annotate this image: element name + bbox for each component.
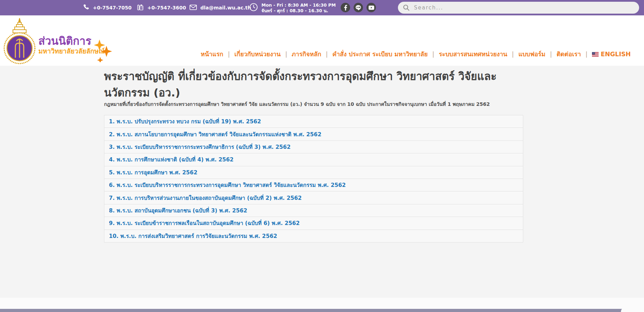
facebook-icon[interactable] bbox=[341, 3, 350, 12]
phone-icon bbox=[83, 4, 89, 12]
law-link[interactable]: 1. พ.ร.บ. ปรับปรุงกระทรวง ทบวง กรม (ฉบับ… bbox=[109, 117, 261, 126]
law-list-row[interactable]: 2. พ.ร.บ. สภานโยบายการอุดมศึกษา วิทยาศาส… bbox=[104, 128, 523, 140]
nav-item[interactable]: แบบฟอร์ม bbox=[507, 49, 545, 59]
law-link[interactable]: 4. พ.ร.บ. การศึกษาแห่งชาติ (ฉบับที่ 4) พ… bbox=[109, 155, 234, 164]
nav-item[interactable]: ENGLISH bbox=[581, 51, 631, 58]
fax-contact: +0-7547-3600 bbox=[137, 0, 186, 15]
law-link[interactable]: 3. พ.ร.บ. ระเบียบบริหารราชการกระทรวงศึกษ… bbox=[109, 143, 290, 151]
line-icon[interactable] bbox=[354, 3, 363, 12]
law-link[interactable]: 5. พ.ร.บ. การอุดมศึกษา พ.ศ. 2562 bbox=[109, 168, 197, 177]
nav-item[interactable]: เกี่ยวกับหน่วยงาน bbox=[223, 49, 281, 59]
law-list-row[interactable]: 4. พ.ร.บ. การศึกษาแห่งชาติ (ฉบับที่ 4) พ… bbox=[104, 153, 523, 166]
law-list-row[interactable]: 10. พ.ร.บ. การส่งเสริมวิทยาศาสตร์ การวิจ… bbox=[104, 230, 523, 242]
law-list-row[interactable]: 6. พ.ร.บ. ระเบียบบริหารราชการกระทรวงการอ… bbox=[104, 179, 523, 191]
topbar: +0-7547-7050 +0-7547-3600 dla@mail.wu.ac… bbox=[0, 0, 644, 15]
law-list-row[interactable]: 1. พ.ร.บ. ปรับปรุงกระทรวง ทบวง กรม (ฉบับ… bbox=[104, 115, 523, 128]
clock-icon bbox=[249, 3, 258, 13]
us-flag-icon bbox=[592, 52, 599, 57]
law-link[interactable]: 2. พ.ร.บ. สภานโยบายการอุดมศึกษา วิทยาศาส… bbox=[109, 130, 321, 139]
youtube-icon[interactable] bbox=[367, 3, 376, 12]
law-list-row[interactable]: 9. พ.ร.บ. ระเบียบข้าราชการพลเรือนในสถาบั… bbox=[104, 217, 523, 230]
fax-icon bbox=[137, 4, 144, 12]
email-contact[interactable]: dla@mail.wu.ac.th bbox=[190, 0, 251, 15]
nav-item[interactable]: ภารกิจหลัก bbox=[281, 49, 321, 59]
sparkle-icon bbox=[92, 36, 113, 62]
office-hours: Mon - Fri : 8:30 AM - 16:30 PM จันทร์ - … bbox=[249, 0, 336, 15]
email-address: dla@mail.wu.ac.th bbox=[200, 5, 251, 10]
nav-item[interactable]: ระบบสารสนเทศหน่วยงาน bbox=[428, 49, 507, 59]
law-list-row[interactable]: 3. พ.ร.บ. ระเบียบบริหารราชการกระทรวงศึกษ… bbox=[104, 141, 523, 153]
nav-item-label: เกี่ยวกับหน่วยงาน bbox=[235, 49, 281, 59]
hours-english: Mon - Fri : 8:30 AM - 16:30 PM bbox=[261, 2, 336, 8]
email-icon bbox=[190, 5, 197, 11]
main-navigation: หน้าแรก เกี่ยวกับหน่วยงาน ภารกิจหลัก bbox=[201, 49, 631, 59]
university-emblem-icon bbox=[3, 17, 36, 64]
fax-number: +0-7547-3600 bbox=[147, 5, 186, 10]
nav-item[interactable]: ติดต่อเรา bbox=[545, 49, 581, 59]
law-link[interactable]: 9. พ.ร.บ. ระเบียบข้าราชการพลเรือนในสถาบั… bbox=[109, 219, 300, 227]
nav-item-label: ติดต่อเรา bbox=[556, 49, 581, 59]
search-icon bbox=[403, 4, 410, 11]
page-subtitle: กฎหมายที่เกี่ยวข้องกับการจัดตั้งกระทรวงก… bbox=[104, 100, 526, 108]
social-links bbox=[341, 3, 376, 12]
page-title: พระราชบัญญัติ ที่เกี่ยวข้องกับการจัดตั้ง… bbox=[104, 68, 535, 101]
nav-item[interactable]: คำสั่ง ประกาศ ระเบียบ มหาวิทยาลัย bbox=[321, 49, 428, 59]
law-list-row[interactable]: 5. พ.ร.บ. การอุดมศึกษา พ.ศ. 2562 bbox=[104, 166, 523, 179]
nav-item[interactable]: หน้าแรก bbox=[201, 49, 223, 59]
law-link[interactable]: 7. พ.ร.บ. การบริหารส่วนงานภายในของสถาบัน… bbox=[109, 194, 302, 202]
nav-item-label: ภารกิจหลัก bbox=[292, 49, 321, 59]
phone-contact: +0-7547-7050 bbox=[83, 0, 132, 15]
nav-item-label: หน้าแรก bbox=[201, 49, 223, 59]
search-input[interactable] bbox=[410, 5, 634, 11]
law-link[interactable]: 8. พ.ร.บ. สถาบันอุดมศึกษาเอกชน (ฉบับที่ … bbox=[109, 206, 247, 215]
nav-item-label: ENGLISH bbox=[601, 51, 631, 58]
nav-item-label: คำสั่ง ประกาศ ระเบียบ มหาวิทยาลัย bbox=[332, 49, 428, 59]
site-header: ส่วนนิติการ มหาวิทยาลัยวลัยลักษณ์ หน้าแร… bbox=[0, 15, 644, 66]
search-box[interactable] bbox=[398, 2, 639, 14]
law-list-row[interactable]: 7. พ.ร.บ. การบริหารส่วนงานภายในของสถาบัน… bbox=[104, 191, 523, 204]
phone-number: +0-7547-7050 bbox=[93, 5, 132, 10]
footer-bar bbox=[0, 309, 644, 312]
main-content: พระราชบัญญัติ ที่เกี่ยวข้องกับการจัดตั้ง… bbox=[0, 66, 644, 298]
university-logo[interactable]: ส่วนนิติการ มหาวิทยาลัยวลัยลักษณ์ bbox=[3, 17, 114, 66]
law-link[interactable]: 10. พ.ร.บ. การส่งเสริมวิทยาศาสตร์ การวิจ… bbox=[109, 232, 277, 240]
law-list-row[interactable]: 8. พ.ร.บ. สถาบันอุดมศึกษาเอกชน (ฉบับที่ … bbox=[104, 204, 523, 217]
hours-thai: จันทร์ - ศุกร์ : 08.30 - 16.30 น. bbox=[261, 8, 336, 13]
law-list: 1. พ.ร.บ. ปรับปรุงกระทรวง ทบวง กรม (ฉบับ… bbox=[104, 115, 523, 242]
footer-corner bbox=[621, 308, 644, 312]
law-link[interactable]: 6. พ.ร.บ. ระเบียบบริหารราชการกระทรวงการอ… bbox=[109, 181, 346, 189]
nav-item-label: ระบบสารสนเทศหน่วยงาน bbox=[439, 49, 507, 59]
nav-item-label: แบบฟอร์ม bbox=[518, 49, 545, 59]
